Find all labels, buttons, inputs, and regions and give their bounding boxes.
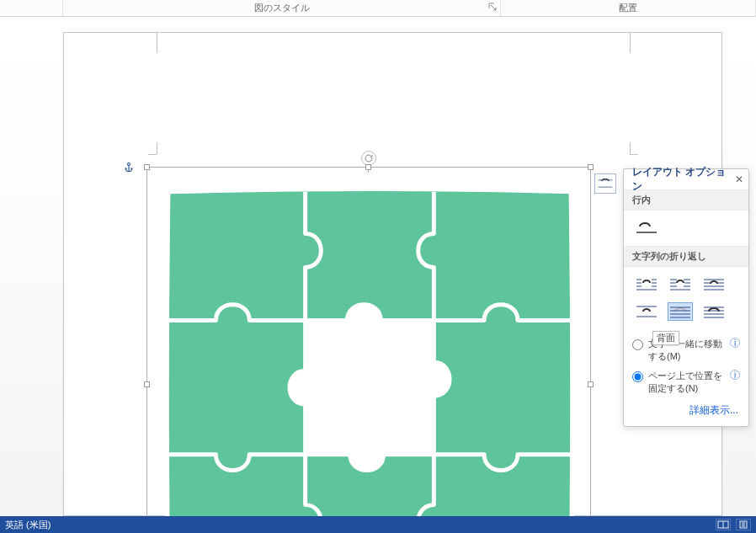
status-language[interactable]: 英語 (米国): [5, 519, 51, 531]
resize-handle-tr[interactable]: [588, 164, 594, 170]
radio-fix-on-page[interactable]: ページ上で位置を固定する(N) i: [632, 366, 740, 398]
ribbon-group-picture-styles: 図のスタイル: [63, 0, 501, 16]
wrap-front-icon: [703, 305, 725, 318]
ribbon-group-labels: 図のスタイル 配置: [0, 0, 756, 17]
margin-mark: [630, 154, 638, 155]
layout-options-header: レイアウト オプション ✕: [624, 169, 748, 189]
close-icon[interactable]: ✕: [735, 173, 743, 185]
resize-handle-tl[interactable]: [144, 164, 150, 170]
margin-mark: [630, 33, 631, 53]
margin-mark: [630, 142, 631, 154]
view-read-mode-icon[interactable]: [716, 519, 731, 530]
status-bar-right: [716, 519, 751, 530]
wrap-through-icon: [703, 278, 725, 291]
wrap-option-through[interactable]: [701, 275, 727, 294]
layout-options-button[interactable]: [594, 173, 616, 194]
wrap-options: [624, 267, 748, 329]
wrap-option-behind[interactable]: [668, 302, 693, 321]
resize-handle-l[interactable]: [144, 381, 150, 387]
wrap-option-top-bottom[interactable]: [634, 302, 659, 321]
info-icon[interactable]: i: [730, 338, 740, 348]
layout-options-radios: 文字xx一緒に移動する(M) i 背面 ページ上で位置を固定する(N) i: [624, 329, 748, 398]
wrap-option-inline[interactable]: [634, 219, 659, 237]
wrap-behind-icon: [669, 305, 691, 318]
resize-handle-t[interactable]: [365, 164, 371, 170]
layout-options-flyout: レイアウト オプション ✕ 行内 文字列の折り返し: [623, 168, 749, 427]
wrap-section-title: 文字列の折り返し: [624, 246, 748, 267]
info-icon[interactable]: i: [730, 370, 740, 380]
radio-fix-on-page-input[interactable]: [632, 371, 643, 382]
anchor-icon: [123, 162, 135, 176]
layout-options-icon: [598, 179, 613, 189]
layout-options-title: レイアウト オプション: [632, 165, 735, 194]
ribbon-group-arrange: 配置: [501, 0, 756, 16]
see-more-link[interactable]: 詳細表示...: [689, 404, 738, 416]
ribbon-group-arrange-label: 配置: [619, 2, 637, 14]
svg-point-0: [128, 163, 130, 165]
wrap-option-tight[interactable]: [668, 275, 693, 294]
wrap-inline-icon: [636, 221, 658, 235]
wrap-tight-icon: [669, 278, 691, 291]
ribbon-spacer: [0, 0, 63, 16]
wrap-option-front[interactable]: [701, 302, 727, 321]
inline-options: [624, 211, 748, 246]
wrap-topbottom-icon: [636, 305, 658, 318]
resize-handle-r[interactable]: [588, 381, 594, 387]
tooltip-behind: 背面: [652, 331, 679, 345]
margin-mark: [148, 154, 157, 155]
radio-move-with-text-input[interactable]: [632, 339, 643, 350]
wrap-square-icon: [636, 278, 658, 291]
view-print-layout-icon[interactable]: [736, 519, 751, 530]
radio-move-with-text[interactable]: 文字xx一緒に移動する(M) i: [632, 334, 740, 366]
layout-options-more: 詳細表示...: [624, 398, 748, 418]
dialog-launcher-icon[interactable]: [488, 3, 497, 13]
selection-bounding-box[interactable]: [146, 167, 591, 533]
margin-mark: [157, 33, 157, 53]
margin-mark: [157, 142, 157, 154]
ribbon-group-picture-styles-label: 図のスタイル: [254, 2, 310, 14]
document-area: レイアウト オプション ✕ 行内 文字列の折り返し: [0, 17, 756, 516]
radio-fix-label: ページ上で位置を固定する(N): [648, 370, 725, 395]
status-bar: 英語 (米国): [0, 516, 756, 533]
wrap-option-square[interactable]: [634, 275, 659, 294]
